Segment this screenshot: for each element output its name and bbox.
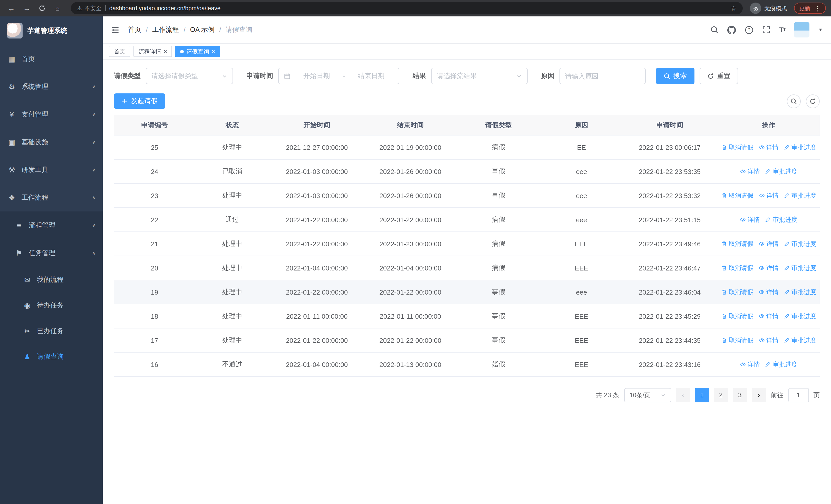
prev-page-button[interactable]: ‹ xyxy=(676,388,690,403)
action-cancel-link[interactable]: 取消请假 xyxy=(721,239,753,248)
sidebar-item-payment[interactable]: ¥支付管理∨ xyxy=(0,100,103,128)
close-tab-icon[interactable]: × xyxy=(212,49,215,54)
sidebar-item-todo-task[interactable]: ◉待办任务 xyxy=(0,293,103,318)
filter-form: 请假类型 请选择请假类型 申请时间 开始日期 - 结束日期 xyxy=(114,68,820,84)
sidebar-item-workflow[interactable]: ❖工作流程∧ xyxy=(0,184,103,211)
sidebar-item-infra[interactable]: ▣基础设施∨ xyxy=(0,128,103,156)
user-menu-caret-icon[interactable]: ▼ xyxy=(818,27,823,32)
edit-icon xyxy=(784,289,790,295)
cell-end: 2022-01-26 00:00:00 xyxy=(365,192,456,199)
apply-time-range-picker[interactable]: 开始日期 - 结束日期 xyxy=(278,68,399,84)
action-cancel-link[interactable]: 取消请假 xyxy=(721,312,753,321)
sidebar-item-system[interactable]: ⚙系统管理∨ xyxy=(0,73,103,100)
bookmark-star-icon[interactable]: ☆ xyxy=(730,4,737,12)
action-detail-link[interactable]: 详情 xyxy=(740,215,760,224)
action-progress-link[interactable]: 审批进度 xyxy=(784,143,816,152)
cell-type: 事假 xyxy=(456,191,541,200)
sidebar-item-home[interactable]: ▦首页 xyxy=(0,45,103,73)
action-progress-link[interactable]: 审批进度 xyxy=(784,336,816,345)
refresh-table-button[interactable] xyxy=(806,94,820,108)
fullscreen-icon xyxy=(762,26,770,34)
create-leave-button[interactable]: 发起请假 xyxy=(114,93,165,109)
action-label: 详情 xyxy=(766,264,779,272)
action-detail-link[interactable]: 详情 xyxy=(758,288,779,296)
action-detail-link[interactable]: 详情 xyxy=(758,143,779,152)
github-link[interactable] xyxy=(727,25,736,34)
cell-id: 24 xyxy=(114,168,195,175)
action-progress-link[interactable]: 审批进度 xyxy=(784,191,816,200)
sidebar-item-label: 系统管理 xyxy=(22,82,48,91)
reset-button[interactable]: 重置 xyxy=(699,68,738,84)
action-label: 取消请假 xyxy=(729,239,753,248)
page-size-select[interactable]: 10条/页 xyxy=(624,388,671,403)
tab-流程详情[interactable]: 流程详情× xyxy=(134,46,172,57)
sidebar-item-task-mgmt[interactable]: ⚑任务管理∧ xyxy=(0,239,103,267)
action-cancel-link[interactable]: 取消请假 xyxy=(721,336,753,345)
breadcrumb-item[interactable]: 首页 xyxy=(128,25,141,34)
action-detail-link[interactable]: 详情 xyxy=(758,191,779,200)
action-progress-link[interactable]: 审批进度 xyxy=(784,312,816,321)
help-button[interactable]: ? xyxy=(745,25,753,34)
reason-input[interactable] xyxy=(560,68,646,84)
browser-refresh-button[interactable] xyxy=(36,2,48,14)
sidebar-item-done-task[interactable]: ✂已办任务 xyxy=(0,318,103,344)
breadcrumb-item[interactable]: 工作流程 xyxy=(152,25,179,34)
action-cancel-link[interactable]: 取消请假 xyxy=(721,143,753,152)
breadcrumb-separator: / xyxy=(219,26,221,34)
security-warning[interactable]: ⚠ 不安全 xyxy=(77,4,102,12)
sidebar-collapse-button[interactable] xyxy=(111,25,120,34)
user-avatar[interactable] xyxy=(794,22,809,37)
page-button-3[interactable]: 3 xyxy=(733,388,747,403)
action-cancel-link[interactable]: 取消请假 xyxy=(721,288,753,296)
fullscreen-button[interactable] xyxy=(762,26,770,34)
cell-start: 2022-01-04 00:00:00 xyxy=(269,360,365,368)
action-detail-link[interactable]: 详情 xyxy=(740,167,760,176)
app-logo-row[interactable]: 芋道管理系统 xyxy=(0,17,103,45)
sidebar-item-leave-query[interactable]: ♟请假查询 xyxy=(0,344,103,369)
next-page-button[interactable]: › xyxy=(752,388,766,403)
action-cancel-link[interactable]: 取消请假 xyxy=(721,191,753,200)
browser-menu-icon[interactable]: ⋮ xyxy=(814,5,821,11)
edit-icon xyxy=(784,192,790,199)
action-progress-link[interactable]: 审批进度 xyxy=(784,264,816,272)
leave-type-select[interactable]: 请选择请假类型 xyxy=(146,68,233,84)
action-detail-link[interactable]: 详情 xyxy=(740,360,760,369)
browser-forward-button[interactable]: → xyxy=(21,2,33,14)
header-search-button[interactable] xyxy=(710,26,719,34)
action-detail-link[interactable]: 详情 xyxy=(758,264,779,272)
browser-home-button[interactable]: ⌂ xyxy=(51,2,64,14)
toggle-search-button[interactable] xyxy=(787,94,801,108)
action-progress-link[interactable]: 审批进度 xyxy=(784,239,816,248)
trash-icon xyxy=(721,265,727,271)
address-bar[interactable]: ⚠ 不安全 dashboard.yudao.iocoder.cn/bpm/oa/… xyxy=(71,2,743,14)
eye-icon xyxy=(740,168,746,175)
breadcrumb-item: 请假查询 xyxy=(226,25,252,34)
browser-update-button[interactable]: 更新 ⋮ xyxy=(794,3,826,14)
sidebar-item-dev-tools[interactable]: ⚒研发工具∨ xyxy=(0,156,103,184)
tab-首页[interactable]: 首页 xyxy=(109,46,131,57)
sidebar-menu: ▦首页⚙系统管理∨¥支付管理∨▣基础设施∨⚒研发工具∨❖工作流程∧≡流程管理∨⚑… xyxy=(0,45,103,369)
close-tab-icon[interactable]: × xyxy=(164,49,167,54)
trash-icon xyxy=(721,241,727,247)
search-button[interactable]: 搜索 xyxy=(656,68,694,84)
action-cancel-link[interactable]: 取消请假 xyxy=(721,264,753,272)
action-detail-link[interactable]: 详情 xyxy=(758,336,779,345)
goto-page-input[interactable] xyxy=(788,388,809,403)
action-detail-link[interactable]: 详情 xyxy=(758,239,779,248)
breadcrumb-item[interactable]: OA 示例 xyxy=(190,25,214,34)
result-select[interactable]: 请选择流结果 xyxy=(431,68,528,84)
action-progress-link[interactable]: 审批进度 xyxy=(784,288,816,296)
sidebar-item-process-mgmt[interactable]: ≡流程管理∨ xyxy=(0,211,103,239)
page-button-1[interactable]: 1 xyxy=(695,388,709,403)
action-progress-link[interactable]: 审批进度 xyxy=(765,215,797,224)
font-size-button[interactable]: TT xyxy=(779,26,785,34)
url-text[interactable]: dashboard.yudao.iocoder.cn/bpm/oa/leave xyxy=(109,5,727,11)
browser-back-button[interactable]: ← xyxy=(5,2,18,14)
page-button-2[interactable]: 2 xyxy=(714,388,728,403)
action-progress-link[interactable]: 审批进度 xyxy=(765,167,797,176)
tab-请假查询[interactable]: 请假查询× xyxy=(175,46,220,57)
action-progress-link[interactable]: 审批进度 xyxy=(765,360,797,369)
sidebar-item-my-process[interactable]: ✉我的流程 xyxy=(0,267,103,293)
sidebar-item-label: 流程管理 xyxy=(29,221,55,230)
action-detail-link[interactable]: 详情 xyxy=(758,312,779,321)
